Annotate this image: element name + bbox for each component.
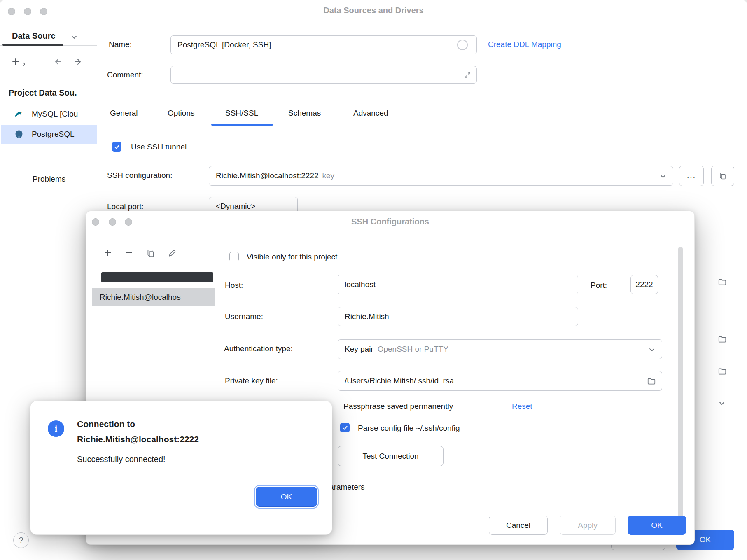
sidebar-item-problems[interactable]: Problems [33,174,65,184]
tab-advanced[interactable]: Advanced [353,108,388,118]
username-field[interactable]: Richie.Mitish [338,307,578,326]
private-key-file-field[interactable]: /Users/Richie.Mitish/.ssh/id_rsa [338,371,662,391]
host-label: Host: [225,280,243,290]
folder-icon[interactable] [718,278,727,287]
visible-only-label[interactable]: Visible only for this project [247,252,337,261]
local-port-value: <Dynamic> [216,202,255,211]
forward-arrow-icon[interactable] [73,57,84,67]
edit-configuration-icon[interactable] [168,249,177,258]
parse-config-label[interactable]: Parse config file ~/.ssh/config [358,423,460,433]
mysql-dolphin-icon [14,109,24,119]
port-field[interactable]: 2222 [630,275,658,294]
use-ssh-tunnel-label[interactable]: Use SSH tunnel [131,142,187,152]
info-icon: i [48,420,64,437]
notification-title-line2: Richie.Mitish@localhost:2222 [77,433,199,446]
selected-list-item[interactable]: Richie.Mitish@localhos [92,288,215,306]
chevron-down-icon[interactable] [719,400,725,406]
active-tab-underline [211,124,273,126]
chevron-right-icon[interactable] [21,62,26,67]
add-configuration-icon[interactable] [103,248,113,258]
local-port-label: Local port: [107,202,144,211]
list-toolbar-divider [86,264,215,264]
section-divider [370,487,668,487]
window-title: Data Sources and Drivers [0,6,747,15]
authentication-type-dropdown[interactable]: Key pair OpenSSH or PuTTY [338,339,662,359]
expand-editor-icon[interactable] [463,71,472,79]
dialog-title: SSH Configurations [86,217,694,226]
create-ddl-mapping-link[interactable]: Create DDL Mapping [488,40,561,49]
progress-indicator-icon [457,40,468,50]
main-help-button[interactable]: ? [13,532,29,548]
name-label: Name: [109,40,132,49]
copy-configuration-button[interactable] [711,166,734,186]
sidebar-item-label: PostgreSQL [32,129,75,139]
sidebar-vertical-divider [97,20,97,211]
add-data-source-icon[interactable] [11,57,21,67]
folder-icon[interactable] [718,367,727,376]
ssh-configuration-combo[interactable]: Richie.Mitish@localhost:2222 key [209,166,673,186]
dialog-apply-button[interactable]: Apply [560,516,616,535]
username-value: Richie.Mitish [345,312,389,321]
connection-success-notification: i Connection to Richie.Mitish@localhost:… [30,401,332,535]
dialog-cancel-button[interactable]: Cancel [489,516,548,535]
sidebar-item-mysql[interactable]: MySQL [Clou [0,105,97,123]
sidebar-item-postgresql[interactable]: PostgreSQL [1,125,97,144]
host-field[interactable]: localhost [338,275,578,294]
dialog-ok-button[interactable]: OK [628,516,686,535]
remove-configuration-icon[interactable] [124,248,134,258]
chevron-down-icon[interactable] [660,173,666,180]
project-data-sources-header: Project Data Sou. [9,88,77,98]
ssh-configuration-label: SSH configuration: [107,170,172,180]
visible-only-checkbox[interactable] [229,252,239,261]
tab-schemas[interactable]: Schemas [288,108,321,118]
use-ssh-tunnel-checkbox[interactable] [112,142,121,152]
ssh-configuration-value: Richie.Mitish@localhost:2222 [216,171,319,180]
name-field[interactable]: PostgreSQL [Docker, SSH] [170,35,477,54]
sidebar-item-label: MySQL [Clou [32,109,78,119]
sidebar-scope-selector[interactable]: Data Sourc [12,31,56,41]
tab-general[interactable]: General [110,108,138,118]
parse-config-checkbox[interactable] [340,423,350,432]
chevron-down-icon[interactable] [649,346,655,353]
passphrase-note: Passphrase saved permanently [343,401,453,411]
comment-field[interactable] [170,66,477,84]
host-value: localhost [345,280,376,289]
tab-options[interactable]: Options [168,108,194,118]
folder-icon[interactable] [718,335,727,344]
notification-ok-button[interactable]: OK [256,487,317,507]
port-label: Port: [591,280,607,290]
authentication-type-hint: OpenSSH or PuTTY [378,345,448,354]
authentication-type-label: Authentication type: [224,344,293,353]
folder-icon[interactable] [647,377,656,386]
reset-passphrase-link[interactable]: Reset [512,401,532,411]
checkmark-icon [114,144,120,150]
copy-configuration-icon[interactable] [146,249,155,258]
postgres-elephant-icon [14,129,24,139]
copy-icon [719,172,727,180]
private-key-file-value: /Users/Richie.Mitish/.ssh/id_rsa [345,376,454,385]
authentication-type-value: Key pair [345,345,374,354]
notification-body: Successfully connected! [77,454,199,464]
notification-title-line1: Connection to [77,418,199,430]
sidebar-active-underline [2,44,63,46]
ssh-configurations-more-button[interactable]: ... [679,166,704,186]
test-connection-button[interactable]: Test Connection [338,446,444,466]
data-sources-window: Data Sources and Drivers Data Sourc Proj… [0,0,747,560]
redacted-list-item[interactable] [101,272,213,282]
chevron-down-icon[interactable] [71,34,77,40]
name-field-value: PostgreSQL [Docker, SSH] [177,40,271,49]
back-arrow-icon[interactable] [52,57,63,67]
vertical-scrollbar[interactable] [678,247,683,521]
tab-ssh-ssl[interactable]: SSH/SSL [225,108,258,118]
ssh-configuration-suffix: key [322,171,335,180]
port-value: 2222 [635,280,653,289]
checkmark-icon [342,425,348,431]
username-label: Username: [225,312,263,321]
selected-list-item-label: Richie.Mitish@localhos [100,292,215,302]
comment-label: Comment: [107,70,143,79]
private-key-file-label: Private key file: [225,376,278,385]
